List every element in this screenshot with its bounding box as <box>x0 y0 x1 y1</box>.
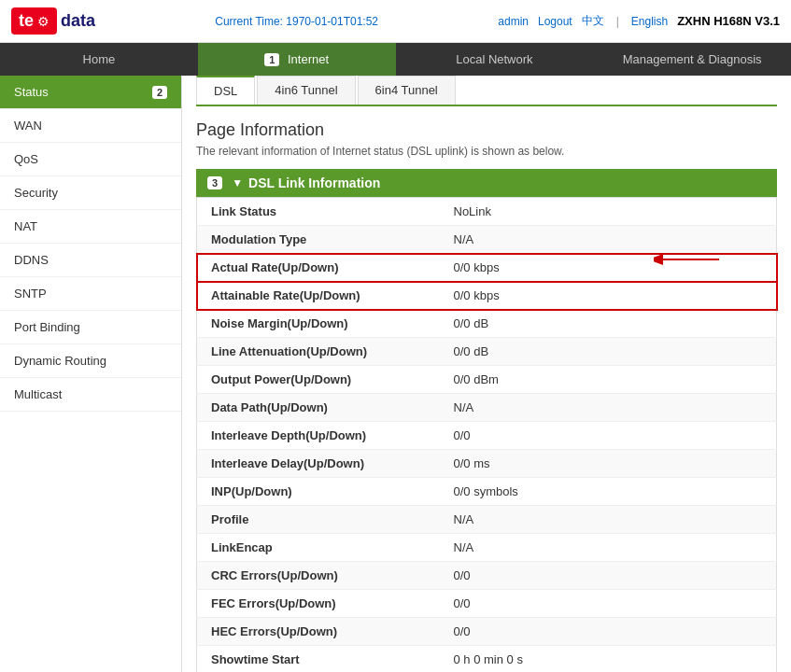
sidebar: Status 2 WAN QoS Security NAT DDNS SNTP … <box>0 76 182 672</box>
table-cell-value: 0/0 kbps <box>440 282 777 310</box>
table-cell-label: Actual Rate(Up/Down) <box>197 254 440 282</box>
table-cell-value: N/A <box>440 226 777 254</box>
table-cell-label: Attainable Rate(Up/Down) <box>197 282 440 310</box>
sidebar-item-sntp[interactable]: SNTP <box>0 277 181 311</box>
sidebar-item-wan[interactable]: WAN <box>0 109 181 143</box>
table-cell-value: 0/0 kbps <box>440 254 777 282</box>
info-table: Link StatusNoLinkModulation TypeN/AActua… <box>196 197 777 672</box>
table-cell-value: N/A <box>440 534 777 562</box>
sidebar-item-security[interactable]: Security <box>0 176 181 210</box>
nav-home[interactable]: Home <box>0 43 198 76</box>
table-cell-value: 0/0 <box>440 562 777 590</box>
table-cell-value: 0/0 ms <box>440 450 777 478</box>
table-row: ProfileN/A <box>197 506 777 534</box>
sidebar-item-nat[interactable]: NAT <box>0 210 181 244</box>
table-cell-value: NoLink <box>440 198 777 226</box>
table-cell-label: Noise Margin(Up/Down) <box>197 310 440 338</box>
table-row: Interleave Depth(Up/Down)0/0 <box>197 422 777 450</box>
section-arrow-icon: ▼ <box>232 176 243 189</box>
logout-link[interactable]: Logout <box>538 15 572 28</box>
tab-4in6[interactable]: 4in6 Tunnel <box>257 76 355 105</box>
table-cell-value: N/A <box>440 506 777 534</box>
section-badge: 3 <box>207 176 222 189</box>
table-cell-value: N/A <box>440 394 777 422</box>
tab-6in4[interactable]: 6in4 Tunnel <box>358 76 456 105</box>
logo-icon: ⚙ <box>37 14 49 29</box>
table-cell-label: Showtime Start <box>197 646 440 673</box>
tabs: DSL 4in6 Tunnel 6in4 Tunnel <box>196 76 777 106</box>
sidebar-item-status[interactable]: Status 2 <box>0 76 181 109</box>
nav-management[interactable]: Management & Diagnosis <box>593 43 791 76</box>
table-row: Attainable Rate(Up/Down)0/0 kbps <box>197 282 777 310</box>
table-row: Line Attenuation(Up/Down)0/0 dB <box>197 338 777 366</box>
table-cell-label: HEC Errors(Up/Down) <box>197 618 440 646</box>
table-row: Actual Rate(Up/Down)0/0 kbps <box>197 254 777 282</box>
table-cell-label: Interleave Depth(Up/Down) <box>197 422 440 450</box>
table-row: INP(Up/Down)0/0 symbols <box>197 478 777 506</box>
table-row: Modulation TypeN/A <box>197 226 777 254</box>
current-time-label: Current Time: <box>215 15 283 28</box>
table-cell-value: 0/0 dB <box>440 310 777 338</box>
table-row: CRC Errors(Up/Down)0/0 <box>197 562 777 590</box>
sidebar-item-port-binding[interactable]: Port Binding <box>0 311 181 344</box>
table-row: FEC Errors(Up/Down)0/0 <box>197 590 777 618</box>
table-container: Link StatusNoLinkModulation TypeN/AActua… <box>196 197 777 672</box>
table-cell-label: INP(Up/Down) <box>197 478 440 506</box>
nav-local-network[interactable]: Local Network <box>396 43 594 76</box>
tab-dsl[interactable]: DSL <box>196 76 255 105</box>
table-row: Noise Margin(Up/Down)0/0 dB <box>197 310 777 338</box>
table-cell-label: Line Attenuation(Up/Down) <box>197 338 440 366</box>
logo-te-text: te <box>19 11 34 31</box>
table-cell-value: 0/0 symbols <box>440 478 777 506</box>
table-row: Data Path(Up/Down)N/A <box>197 394 777 422</box>
sidebar-status-badge: 2 <box>152 86 167 99</box>
table-cell-value: 0/0 <box>440 590 777 618</box>
nav-internet-badge: 1 <box>264 53 279 66</box>
table-cell-value: 0 h 0 min 0 s <box>440 646 777 673</box>
logo: te ⚙ data <box>11 7 95 35</box>
table-cell-label: Profile <box>197 506 440 534</box>
content: Status 2 WAN QoS Security NAT DDNS SNTP … <box>0 76 791 672</box>
table-row: Link StatusNoLink <box>197 198 777 226</box>
table-row: Showtime Start0 h 0 min 0 s <box>197 646 777 673</box>
admin-link[interactable]: admin <box>498 15 529 28</box>
table-cell-value: 0/0 dBm <box>440 366 777 394</box>
header: te ⚙ data Current Time: 1970-01-01T01:52… <box>0 0 791 43</box>
table-cell-label: Modulation Type <box>197 226 440 254</box>
table-row: HEC Errors(Up/Down)0/0 <box>197 618 777 646</box>
page-description: The relevant information of Internet sta… <box>196 145 777 158</box>
current-time: Current Time: 1970-01-01T01:52 <box>215 15 378 28</box>
page-title: Page Information <box>196 120 777 140</box>
table-cell-label: CRC Errors(Up/Down) <box>197 562 440 590</box>
table-cell-label: Output Power(Up/Down) <box>197 366 440 394</box>
table-cell-label: Link Status <box>197 198 440 226</box>
lang-zh-link[interactable]: 中文 <box>582 13 604 29</box>
table-row: Output Power(Up/Down)0/0 dBm <box>197 366 777 394</box>
sidebar-status-label: Status <box>14 85 49 99</box>
lang-divider: | <box>616 15 619 28</box>
table-row: LinkEncapN/A <box>197 534 777 562</box>
table-cell-value: 0/0 <box>440 618 777 646</box>
navbar: Home 1 Internet Local Network Management… <box>0 43 791 76</box>
table-cell-value: 0/0 <box>440 422 777 450</box>
sidebar-item-multicast[interactable]: Multicast <box>0 378 181 412</box>
sidebar-item-ddns[interactable]: DDNS <box>0 244 181 277</box>
section-title: DSL Link Information <box>248 175 380 190</box>
table-cell-label: Data Path(Up/Down) <box>197 394 440 422</box>
main-content: DSL 4in6 Tunnel 6in4 Tunnel Page Informa… <box>182 76 791 672</box>
brand-label: ZXHN H168N V3.1 <box>677 14 780 28</box>
table-cell-label: LinkEncap <box>197 534 440 562</box>
table-row: Interleave Delay(Up/Down)0/0 ms <box>197 450 777 478</box>
table-cell-label: Interleave Delay(Up/Down) <box>197 450 440 478</box>
logo-box: te ⚙ <box>11 7 57 35</box>
nav-internet[interactable]: 1 Internet <box>198 43 396 76</box>
lang-en-link[interactable]: English <box>631 15 668 28</box>
nav-internet-label: Internet <box>288 52 329 66</box>
table-cell-value: 0/0 dB <box>440 338 777 366</box>
header-right: admin Logout 中文 | English ZXHN H168N V3.… <box>498 13 780 29</box>
sidebar-item-qos[interactable]: QoS <box>0 143 181 176</box>
table-cell-label: FEC Errors(Up/Down) <box>197 590 440 618</box>
current-time-value: 1970-01-01T01:52 <box>286 15 378 28</box>
logo-data-text: data <box>61 11 95 31</box>
sidebar-item-dynamic-routing[interactable]: Dynamic Routing <box>0 344 181 378</box>
